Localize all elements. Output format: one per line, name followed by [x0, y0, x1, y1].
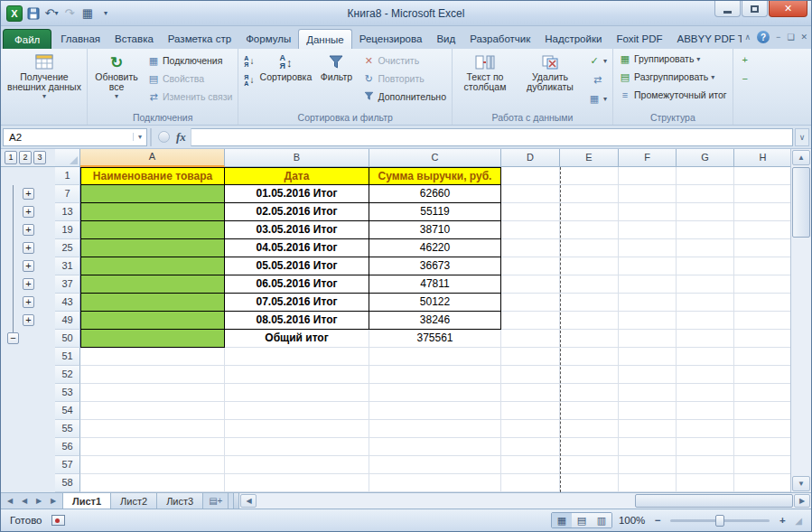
cell-G55[interactable]	[677, 420, 734, 438]
cell-H58[interactable]	[734, 474, 792, 492]
cell-C13[interactable]: 55119	[369, 203, 501, 221]
save-button[interactable]	[26, 5, 41, 21]
advanced-button[interactable]: Дополнительно	[359, 88, 449, 106]
insert-function-button[interactable]: fx	[176, 130, 186, 145]
column-header-B[interactable]: B	[225, 149, 369, 167]
cell-G37[interactable]	[677, 275, 734, 294]
expand-group-button[interactable]: +	[23, 206, 34, 218]
cell-H31[interactable]	[734, 257, 792, 275]
cell-F49[interactable]	[619, 312, 677, 330]
cell-E55[interactable]	[560, 420, 619, 438]
cell-D53[interactable]	[501, 384, 560, 402]
cell-F51[interactable]	[619, 348, 677, 366]
page-break-view-button[interactable]: ▥	[592, 513, 611, 527]
expand-group-button[interactable]: +	[23, 242, 34, 254]
cell-B51[interactable]	[225, 348, 369, 366]
cell-D43[interactable]	[501, 294, 560, 312]
show-detail-button[interactable]: +	[736, 50, 754, 69]
zoom-slider[interactable]	[670, 519, 770, 522]
tab-Разметка стр[interactable]: Разметка стр	[161, 29, 238, 49]
cell-E51[interactable]	[560, 348, 619, 366]
qat-customize-button[interactable]: ▾	[98, 5, 113, 21]
cell-F25[interactable]	[619, 239, 677, 257]
scroll-down-button[interactable]: ▼	[792, 476, 810, 491]
cell-B54[interactable]	[225, 402, 369, 420]
insert-sheet-button[interactable]: ▤+	[203, 493, 229, 509]
cell-B57[interactable]	[225, 456, 369, 474]
tab-Вид[interactable]: Вид	[429, 29, 462, 49]
cell-F58[interactable]	[619, 474, 677, 492]
tab-Данные[interactable]: Данные	[298, 29, 352, 49]
cell-A49[interactable]	[80, 312, 225, 330]
cell-D56[interactable]	[501, 438, 560, 456]
sheet-tab-Лист1[interactable]: Лист1	[62, 493, 111, 509]
cell-G49[interactable]	[677, 312, 734, 330]
cell-A19[interactable]	[80, 221, 225, 239]
cell-D49[interactable]	[501, 312, 560, 330]
sheet-tab-Лист2[interactable]: Лист2	[111, 493, 157, 509]
cell-B56[interactable]	[225, 438, 369, 456]
cell-H52[interactable]	[734, 366, 792, 384]
text-to-columns-button[interactable]: Текст по столбцам	[455, 50, 515, 111]
select-all-corner[interactable]	[55, 149, 80, 167]
expand-group-button[interactable]: +	[23, 260, 34, 272]
cell-C52[interactable]	[369, 366, 501, 384]
cell-G7[interactable]	[677, 185, 734, 203]
row-header-25[interactable]: 25	[55, 239, 80, 257]
expand-group-button[interactable]: +	[23, 278, 34, 290]
cell-C7[interactable]: 62660	[369, 185, 501, 203]
cell-D31[interactable]	[501, 257, 560, 275]
workbook-close-button[interactable]: ✕	[800, 33, 807, 42]
tab-Foxit PDF[interactable]: Foxit PDF	[609, 29, 669, 49]
workbook-restore-button[interactable]: ❑	[787, 33, 794, 42]
cell-D19[interactable]	[501, 221, 560, 239]
edit-links-button[interactable]: ⇄Изменить связи	[145, 88, 235, 106]
cell-B58[interactable]	[225, 474, 369, 492]
vertical-scroll-track[interactable]	[791, 238, 811, 475]
tab-Главная[interactable]: Главная	[53, 29, 107, 49]
cell-C25[interactable]: 46220	[369, 239, 501, 257]
row-header-56[interactable]: 56	[55, 438, 80, 456]
row-header-58[interactable]: 58	[55, 474, 80, 492]
maximize-button[interactable]	[742, 1, 768, 17]
cell-E53[interactable]	[560, 384, 619, 402]
cell-G31[interactable]	[677, 257, 734, 275]
outline-level-1[interactable]: 1	[5, 151, 17, 164]
row-header-31[interactable]: 31	[55, 257, 80, 275]
cell-B52[interactable]	[225, 366, 369, 384]
cell-F7[interactable]	[619, 185, 677, 203]
row-header-1[interactable]: 1	[55, 167, 80, 185]
macro-record-icon[interactable]	[51, 515, 65, 526]
filter-button[interactable]: Фильтр	[314, 50, 358, 111]
cell-G43[interactable]	[677, 294, 734, 312]
column-header-G[interactable]: G	[677, 149, 734, 167]
row-header-43[interactable]: 43	[55, 294, 80, 312]
cell-H1[interactable]	[734, 167, 792, 185]
row-header-51[interactable]: 51	[55, 348, 80, 366]
cell-B43[interactable]: 07.05.2016 Итог	[225, 294, 369, 312]
cell-D52[interactable]	[501, 366, 560, 384]
cell-G1[interactable]	[677, 167, 734, 185]
scroll-right-button[interactable]: ▶	[794, 494, 810, 508]
workbook-minimize-button[interactable]: −	[776, 33, 780, 42]
cell-F37[interactable]	[619, 275, 677, 294]
cell-C53[interactable]	[369, 384, 501, 402]
cell-E1[interactable]	[560, 167, 619, 185]
cell-G57[interactable]	[677, 456, 734, 474]
cell-D58[interactable]	[501, 474, 560, 492]
expand-group-button[interactable]: +	[23, 188, 34, 200]
cell-A57[interactable]	[80, 456, 225, 474]
zoom-in-button[interactable]: +	[776, 515, 789, 526]
cell-H56[interactable]	[734, 438, 792, 456]
tab-Файл[interactable]: Файл	[3, 29, 51, 49]
cell-G58[interactable]	[677, 474, 734, 492]
cell-E52[interactable]	[560, 366, 619, 384]
cell-B7[interactable]: 01.05.2016 Итог	[225, 185, 369, 203]
row-header-52[interactable]: 52	[55, 366, 80, 384]
cell-D37[interactable]	[501, 275, 560, 294]
cell-A50[interactable]	[80, 330, 225, 348]
column-header-D[interactable]: D	[501, 149, 560, 167]
vertical-scroll-thumb[interactable]	[792, 167, 810, 238]
close-button[interactable]: ✕	[769, 1, 807, 17]
sort-descending-button[interactable]: ЯА↓	[241, 70, 257, 89]
